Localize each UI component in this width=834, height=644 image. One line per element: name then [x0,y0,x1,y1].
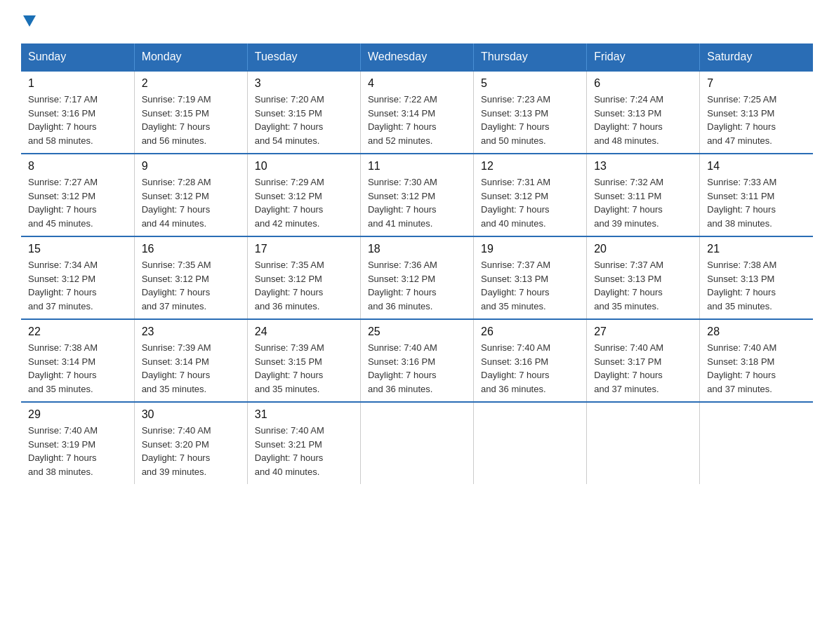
day-cell-18: 18 Sunrise: 7:36 AM Sunset: 3:12 PM Dayl… [360,236,473,319]
day-info: Sunrise: 7:38 AM Sunset: 3:14 PM Dayligh… [28,341,127,396]
day-info: Sunrise: 7:20 AM Sunset: 3:15 PM Dayligh… [255,93,353,147]
day-info: Sunrise: 7:32 AM Sunset: 3:11 PM Dayligh… [594,175,692,230]
header-monday: Monday [134,43,247,71]
day-info: Sunrise: 7:25 AM Sunset: 3:13 PM Dayligh… [707,93,806,147]
page-header [21,14,813,29]
day-info: Sunrise: 7:35 AM Sunset: 3:12 PM Dayligh… [142,258,240,313]
header-tuesday: Tuesday [247,43,360,71]
logo-triangle-icon [23,15,36,29]
empty-cell-4-6 [700,402,813,484]
day-cell-6: 6 Sunrise: 7:24 AM Sunset: 3:13 PM Dayli… [587,71,700,154]
day-cell-12: 12 Sunrise: 7:31 AM Sunset: 3:12 PM Dayl… [474,154,587,236]
header-thursday: Thursday [474,43,587,71]
day-cell-19: 19 Sunrise: 7:37 AM Sunset: 3:13 PM Dayl… [474,236,587,319]
day-info: Sunrise: 7:37 AM Sunset: 3:13 PM Dayligh… [481,258,579,313]
day-number: 6 [594,77,692,90]
day-info: Sunrise: 7:36 AM Sunset: 3:12 PM Dayligh… [368,258,466,313]
day-cell-21: 21 Sunrise: 7:38 AM Sunset: 3:13 PM Dayl… [700,236,813,319]
day-number: 12 [481,160,579,173]
day-cell-3: 3 Sunrise: 7:20 AM Sunset: 3:15 PM Dayli… [247,71,360,154]
day-info: Sunrise: 7:34 AM Sunset: 3:12 PM Dayligh… [28,258,127,313]
day-number: 29 [28,408,127,421]
day-cell-1: 1 Sunrise: 7:17 AM Sunset: 3:16 PM Dayli… [21,71,134,154]
day-info: Sunrise: 7:23 AM Sunset: 3:13 PM Dayligh… [481,93,579,147]
day-info: Sunrise: 7:39 AM Sunset: 3:14 PM Dayligh… [142,341,240,396]
day-number: 17 [255,243,353,255]
day-number: 23 [142,326,240,338]
day-cell-27: 27 Sunrise: 7:40 AM Sunset: 3:17 PM Dayl… [587,319,700,402]
day-info: Sunrise: 7:40 AM Sunset: 3:16 PM Dayligh… [368,341,466,396]
day-info: Sunrise: 7:27 AM Sunset: 3:12 PM Dayligh… [28,175,127,230]
day-info: Sunrise: 7:31 AM Sunset: 3:12 PM Dayligh… [481,175,579,230]
day-cell-5: 5 Sunrise: 7:23 AM Sunset: 3:13 PM Dayli… [474,71,587,154]
day-number: 30 [142,408,240,421]
day-cell-26: 26 Sunrise: 7:40 AM Sunset: 3:16 PM Dayl… [474,319,587,402]
day-cell-28: 28 Sunrise: 7:40 AM Sunset: 3:18 PM Dayl… [700,319,813,402]
calendar-table: SundayMondayTuesdayWednesdayThursdayFrid… [21,43,813,484]
day-cell-15: 15 Sunrise: 7:34 AM Sunset: 3:12 PM Dayl… [21,236,134,319]
day-info: Sunrise: 7:29 AM Sunset: 3:12 PM Dayligh… [255,175,353,230]
day-info: Sunrise: 7:40 AM Sunset: 3:21 PM Dayligh… [255,424,353,478]
day-cell-13: 13 Sunrise: 7:32 AM Sunset: 3:11 PM Dayl… [587,154,700,236]
day-number: 18 [368,243,466,255]
empty-cell-4-4 [474,402,587,484]
day-info: Sunrise: 7:24 AM Sunset: 3:13 PM Dayligh… [594,93,692,147]
day-number: 26 [481,326,579,338]
day-number: 10 [255,160,353,173]
day-number: 20 [594,243,692,255]
day-number: 13 [594,160,692,173]
day-number: 24 [255,326,353,338]
day-number: 3 [255,77,353,90]
header-friday: Friday [587,43,700,71]
day-info: Sunrise: 7:28 AM Sunset: 3:12 PM Dayligh… [142,175,240,230]
day-cell-31: 31 Sunrise: 7:40 AM Sunset: 3:21 PM Dayl… [247,402,360,484]
day-number: 9 [142,160,240,173]
day-info: Sunrise: 7:40 AM Sunset: 3:18 PM Dayligh… [707,341,806,396]
week-row-2: 8 Sunrise: 7:27 AM Sunset: 3:12 PM Dayli… [21,154,813,236]
empty-cell-4-5 [587,402,700,484]
day-cell-14: 14 Sunrise: 7:33 AM Sunset: 3:11 PM Dayl… [700,154,813,236]
day-cell-22: 22 Sunrise: 7:38 AM Sunset: 3:14 PM Dayl… [21,319,134,402]
day-info: Sunrise: 7:39 AM Sunset: 3:15 PM Dayligh… [255,341,353,396]
day-info: Sunrise: 7:22 AM Sunset: 3:14 PM Dayligh… [368,93,466,147]
empty-cell-4-3 [360,402,473,484]
day-number: 25 [368,326,466,338]
day-number: 2 [142,77,240,90]
svg-marker-0 [23,15,36,27]
day-cell-11: 11 Sunrise: 7:30 AM Sunset: 3:12 PM Dayl… [360,154,473,236]
day-info: Sunrise: 7:40 AM Sunset: 3:17 PM Dayligh… [594,341,692,396]
day-info: Sunrise: 7:37 AM Sunset: 3:13 PM Dayligh… [594,258,692,313]
day-number: 27 [594,326,692,338]
day-cell-17: 17 Sunrise: 7:35 AM Sunset: 3:12 PM Dayl… [247,236,360,319]
day-number: 1 [28,77,127,90]
day-number: 19 [481,243,579,255]
day-info: Sunrise: 7:19 AM Sunset: 3:15 PM Dayligh… [142,93,240,147]
day-info: Sunrise: 7:30 AM Sunset: 3:12 PM Dayligh… [368,175,466,230]
week-row-4: 22 Sunrise: 7:38 AM Sunset: 3:14 PM Dayl… [21,319,813,402]
day-cell-23: 23 Sunrise: 7:39 AM Sunset: 3:14 PM Dayl… [134,319,247,402]
day-number: 28 [707,326,806,338]
day-cell-7: 7 Sunrise: 7:25 AM Sunset: 3:13 PM Dayli… [700,71,813,154]
day-number: 7 [707,77,806,90]
day-number: 15 [28,243,127,255]
header-wednesday: Wednesday [360,43,473,71]
day-number: 14 [707,160,806,173]
day-cell-16: 16 Sunrise: 7:35 AM Sunset: 3:12 PM Dayl… [134,236,247,319]
day-info: Sunrise: 7:38 AM Sunset: 3:13 PM Dayligh… [707,258,806,313]
week-row-1: 1 Sunrise: 7:17 AM Sunset: 3:16 PM Dayli… [21,71,813,154]
day-number: 5 [481,77,579,90]
day-cell-29: 29 Sunrise: 7:40 AM Sunset: 3:19 PM Dayl… [21,402,134,484]
day-cell-25: 25 Sunrise: 7:40 AM Sunset: 3:16 PM Dayl… [360,319,473,402]
day-cell-9: 9 Sunrise: 7:28 AM Sunset: 3:12 PM Dayli… [134,154,247,236]
day-cell-8: 8 Sunrise: 7:27 AM Sunset: 3:12 PM Dayli… [21,154,134,236]
day-cell-10: 10 Sunrise: 7:29 AM Sunset: 3:12 PM Dayl… [247,154,360,236]
header-saturday: Saturday [700,43,813,71]
day-cell-30: 30 Sunrise: 7:40 AM Sunset: 3:20 PM Dayl… [134,402,247,484]
day-number: 8 [28,160,127,173]
day-number: 22 [28,326,127,338]
calendar-header-row: SundayMondayTuesdayWednesdayThursdayFrid… [21,43,813,71]
week-row-5: 29 Sunrise: 7:40 AM Sunset: 3:19 PM Dayl… [21,402,813,484]
day-cell-2: 2 Sunrise: 7:19 AM Sunset: 3:15 PM Dayli… [134,71,247,154]
header-sunday: Sunday [21,43,134,71]
day-info: Sunrise: 7:33 AM Sunset: 3:11 PM Dayligh… [707,175,806,230]
